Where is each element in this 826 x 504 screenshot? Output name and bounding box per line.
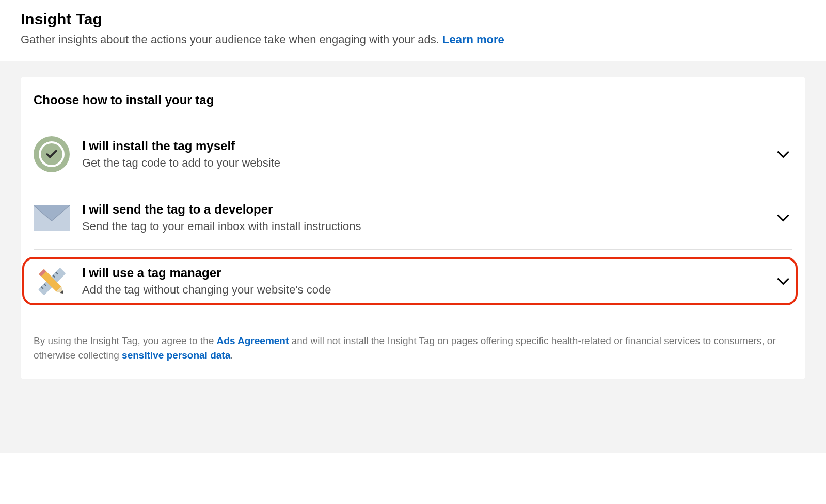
install-options-card: Choose how to install your tag I will in…	[21, 77, 805, 379]
option-subtitle: Get the tag code to add to your website	[82, 156, 774, 170]
content-area: Choose how to install your tag I will in…	[0, 61, 826, 453]
option-text: I will use a tag manager Add the tag wit…	[82, 266, 774, 297]
option-title: I will send the tag to a developer	[82, 202, 774, 217]
learn-more-link[interactable]: Learn more	[442, 33, 504, 46]
card-title: Choose how to install your tag	[34, 93, 792, 107]
page-subtitle: Gather insights about the actions your a…	[21, 32, 805, 48]
chevron-down-icon	[774, 272, 792, 290]
page-title: Insight Tag	[21, 10, 805, 28]
ruler-pencil-icon	[34, 263, 70, 299]
option-install-myself[interactable]: I will install the tag myself Get the ta…	[34, 123, 792, 186]
envelope-icon	[34, 200, 70, 236]
sensitive-data-link[interactable]: sensitive personal data	[122, 350, 230, 361]
option-subtitle: Send the tag to your email inbox with in…	[82, 220, 774, 233]
chevron-down-icon	[774, 145, 792, 164]
option-send-developer[interactable]: I will send the tag to a developer Send …	[34, 186, 792, 250]
checkmark-circle-icon	[34, 136, 70, 172]
option-title: I will install the tag myself	[82, 139, 774, 153]
option-tag-manager[interactable]: I will use a tag manager Add the tag wit…	[34, 250, 792, 313]
footer-suffix: .	[230, 350, 233, 361]
option-text: I will install the tag myself Get the ta…	[82, 139, 774, 170]
footer-agreement-text: By using the Insight Tag, you agree to t…	[34, 334, 792, 363]
footer-prefix: By using the Insight Tag, you agree to t…	[34, 335, 217, 346]
subtitle-text: Gather insights about the actions your a…	[21, 33, 442, 46]
option-text: I will send the tag to a developer Send …	[82, 202, 774, 233]
chevron-down-icon	[774, 208, 792, 227]
ads-agreement-link[interactable]: Ads Agreement	[217, 335, 289, 346]
option-subtitle: Add the tag without changing your websit…	[82, 283, 774, 297]
page-header: Insight Tag Gather insights about the ac…	[0, 0, 826, 61]
option-title: I will use a tag manager	[82, 266, 774, 280]
